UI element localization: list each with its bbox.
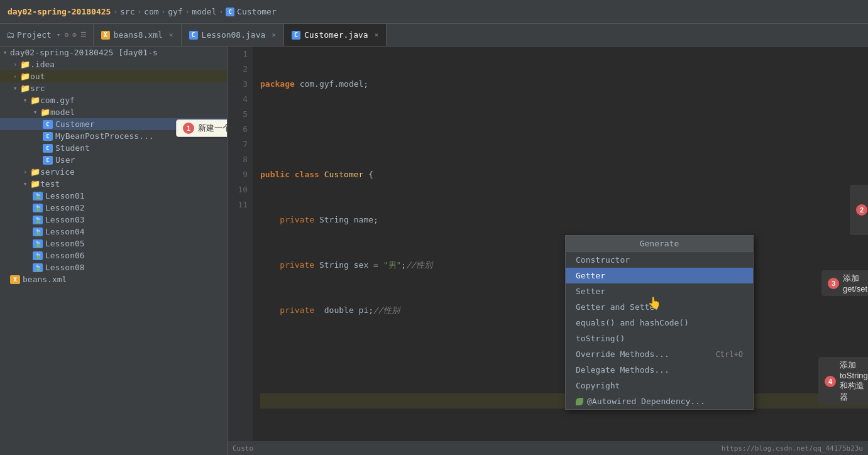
tree-idea-arrow: › [10, 60, 20, 69]
tab-beans8xml-close[interactable]: × [169, 31, 173, 39]
tree-model-arrow: ▾ [30, 108, 40, 116]
line-num-6: 6 [228, 122, 248, 137]
tree-service-folder-icon: 📁 [30, 167, 40, 177]
status-url: https://blog.csdn.net/qq_44175b23u [722, 444, 863, 452]
tree-user-label: User [55, 155, 75, 165]
tree-out[interactable]: › 📁 out [0, 70, 227, 82]
tab-beans8xml-label: beans8.xml [114, 30, 163, 40]
tab-customer-java-icon: C [292, 31, 300, 40]
tree-service-arrow: › [20, 168, 30, 176]
tree-comgyf-folder-icon: 📁 [30, 96, 40, 105]
code-line-4: private String name; [260, 212, 868, 228]
tree-user[interactable]: C User [0, 154, 227, 166]
project-layout-icon[interactable]: ☰ [80, 31, 87, 39]
annotation-4-text: 添加toString和构造器 [840, 359, 868, 403]
menu-item-constructor[interactable]: Constructor [566, 252, 753, 268]
tree-lesson01[interactable]: 🍃 Lesson01 [0, 190, 227, 202]
tree-root[interactable]: ▾ day02-spring-20180425 [day01-s [0, 47, 227, 58]
breadcrumb-sep5: › [219, 8, 223, 16]
menu-item-autowired[interactable]: @Autowired Dependency... [566, 393, 753, 409]
tab-customerjava[interactable]: C Customer.java × [284, 24, 387, 46]
menu-item-getter[interactable]: Getter [566, 268, 753, 283]
tree-comgyf[interactable]: ▾ 📁 com.gyf [0, 94, 227, 106]
tree-root-label: day02-spring-20180425 [day01-s [10, 48, 158, 57]
tree-src-label: src [30, 84, 45, 93]
line-numbers: 1 2 3 4 5 6 7 8 9 10 11 [228, 47, 253, 455]
line-num-9: 9 [228, 167, 248, 182]
project-label: Project [17, 30, 52, 40]
tree-lesson08-icon: 🍃 [33, 263, 43, 272]
tab-beans8xml[interactable]: X beans8.xml × [94, 24, 182, 46]
line-num-1: 1 [228, 47, 248, 62]
tab-xml-icon: X [101, 31, 110, 40]
line-num-2: 2 [228, 62, 248, 77]
code-editor[interactable]: 1 2 3 4 5 6 7 8 9 10 11 package com.gyf.… [228, 47, 868, 455]
breadcrumb: day02-spring-20180425 › src › com › gyf … [8, 7, 277, 16]
breadcrumb-sep2: › [137, 8, 141, 16]
tree-lesson01-icon: 🍃 [33, 192, 43, 200]
tab-customerjava-label: Customer.java [304, 30, 368, 40]
menu-item-tostring[interactable]: toString() [566, 331, 753, 346]
customer-tooltip: 1 新建一个Customer类 [176, 119, 228, 137]
menu-item-getter-setter[interactable]: Getter and Setter [566, 299, 753, 315]
tree-src[interactable]: ▾ 📁 src [0, 82, 227, 94]
tab-lesson08-close[interactable]: × [272, 31, 276, 39]
code-line-2 [260, 122, 868, 137]
tree-comgyf-label: com.gyf [40, 96, 75, 105]
tree-lesson06-icon: 🍃 [33, 251, 43, 260]
code-line-5: private String sex = "男";//性别 [260, 258, 868, 273]
tree-lesson08[interactable]: 🍃 Lesson08 [0, 261, 227, 273]
tree-lesson04[interactable]: 🍃 Lesson04 [0, 226, 227, 238]
tree-customer[interactable]: C Customer 1 新建一个Customer类 [0, 118, 227, 130]
tooltip-number: 1 [183, 123, 194, 134]
code-content[interactable]: package com.gyf.model; public class Cust… [253, 47, 868, 455]
tab-bar: 🗂 Project ▾ ⚙ ⚙ ☰ X beans8.xml × C Lesso… [0, 24, 868, 47]
status-custo: Custo [233, 444, 253, 452]
autowired-spring-item: @Autowired Dependency... [576, 397, 705, 406]
autowired-label: @Autowired Dependency... [587, 397, 705, 406]
tree-student-label: Student [55, 143, 90, 153]
breadcrumb-project: day02-spring-20180425 [8, 7, 111, 16]
tab-customer-close[interactable]: × [375, 31, 379, 39]
project-dropdown-icon[interactable]: ▾ [57, 31, 61, 39]
tree-customer-java-icon: C [43, 120, 53, 129]
project-settings-icon[interactable]: ⚙ [64, 31, 69, 39]
tab-lesson08-java-icon: C [189, 31, 198, 40]
menu-item-delegate[interactable]: Delegate Methods... [566, 362, 753, 378]
tree-idea[interactable]: › 📁 .idea [0, 58, 227, 70]
tree-service[interactable]: › 📁 service [0, 166, 227, 178]
tree-beansxml-label: beans.xml [23, 275, 67, 284]
annotation-3: 3 添加get/set [821, 270, 868, 296]
tab-lesson08java[interactable]: C Lesson08.java × [182, 24, 284, 46]
tree-lesson02[interactable]: 🍃 Lesson02 [0, 202, 227, 214]
project-gear2-icon[interactable]: ⚙ [72, 31, 77, 39]
tree-lesson05-label: Lesson05 [45, 239, 85, 248]
breadcrumb-gyf: gyf [168, 7, 182, 16]
project-panel-tab[interactable]: 🗂 Project ▾ ⚙ ⚙ ☰ [0, 24, 94, 46]
tostring-label: toString() [576, 334, 625, 343]
tree-test-folder-icon: 📁 [30, 179, 40, 189]
annotation-2-number: 2 [856, 204, 867, 216]
getter-label: Getter [576, 271, 605, 280]
code-line-3: public class Customer { [260, 167, 868, 182]
line-num-4: 4 [228, 92, 248, 107]
menu-item-override[interactable]: Override Methods... Ctrl+O [566, 346, 753, 362]
tree-model-label: model [50, 107, 75, 117]
tree-lesson06[interactable]: 🍃 Lesson06 [0, 249, 227, 261]
tree-model[interactable]: ▾ 📁 model [0, 106, 227, 118]
tree-lesson02-label: Lesson02 [45, 203, 85, 212]
line-num-10: 10 [228, 182, 248, 197]
menu-item-equals-hashcode[interactable]: equals() and hashCode() [566, 315, 753, 331]
breadcrumb-java-icon: C [226, 8, 234, 16]
tree-test[interactable]: ▾ 📁 test [0, 178, 227, 190]
tree-student[interactable]: C Student [0, 142, 227, 154]
menu-item-copyright[interactable]: Copyright [566, 378, 753, 393]
tree-lesson05[interactable]: 🍃 Lesson05 [0, 238, 227, 249]
tree-root-arrow: ▾ [0, 48, 10, 57]
line-num-11: 11 [228, 197, 248, 212]
annotation-4-number: 4 [825, 376, 836, 387]
tree-lesson03[interactable]: 🍃 Lesson03 [0, 214, 227, 226]
breadcrumb-sep4: › [185, 8, 190, 16]
tree-beansxml[interactable]: X beans.xml [0, 273, 227, 285]
menu-item-setter[interactable]: Setter 👆 [566, 283, 753, 299]
